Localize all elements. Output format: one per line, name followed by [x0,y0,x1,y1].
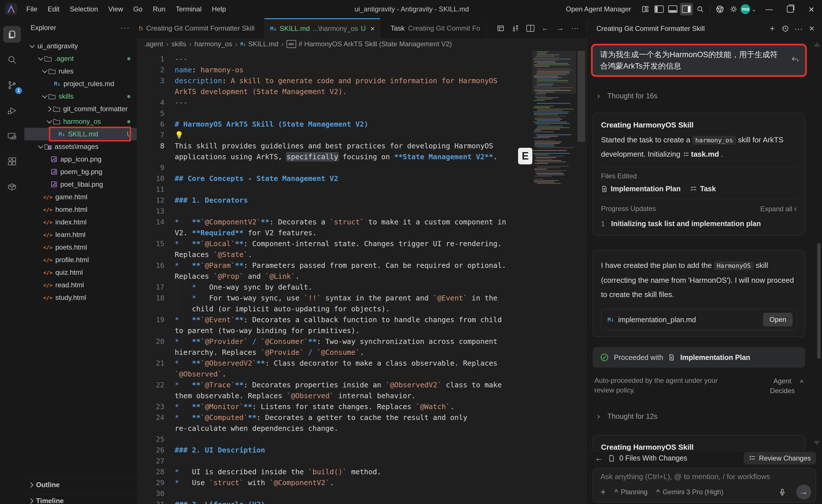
menu-selection[interactable]: Selection [65,3,103,15]
tree-item-learn-html[interactable]: </>learn.html [24,228,137,241]
code-line[interactable]: child (or implicit auto-updating for obj… [137,304,586,315]
code-line[interactable]: hierarchy. Replaces `@Provide` / `@Consu… [137,347,586,358]
model-selector[interactable]: ^Gemini 3 Pro (High) [656,488,723,496]
floating-e-widget[interactable]: E [518,148,532,164]
code-line[interactable]: 25 [137,434,586,445]
breadcrumb-item[interactable]: .agent [144,40,163,48]
code-line[interactable]: V2. **Required** for V2 features. [137,227,586,238]
tree-item-rules[interactable]: rules [24,65,137,77]
code-line[interactable]: 12### 1. Decorators [137,195,586,206]
microphone-icon[interactable] [779,488,786,496]
code-line[interactable]: 2name: harmony-os [137,65,586,75]
navigate-forward-icon[interactable]: → [554,22,566,35]
menu-go[interactable]: Go [129,3,147,15]
code-line[interactable]: 29* Use `struct` with `@ComponentV2`. [137,477,586,488]
account-avatar[interactable]: ma [741,4,750,14]
proceeded-with-banner[interactable]: Proceeded with Implementation Plan [593,347,805,368]
toggle-panel-icon[interactable] [666,3,679,15]
tree-item-profile-html[interactable]: </>profile.html [24,254,137,266]
code-line[interactable]: 16* **`@Param`**: Parameters passed from… [137,260,586,271]
tree-item-harmony-os[interactable]: harmony_os [24,115,137,128]
tree-item-home-html[interactable]: </>home.html [24,203,137,216]
minimap[interactable] [532,51,576,185]
tree-item-read-html[interactable]: </>read.html [24,279,137,291]
outline-section[interactable]: Outline [24,479,137,491]
code-line[interactable]: 30 [137,488,586,499]
code-line[interactable]: 19* **`@Event`**: Decorates a callback f… [137,315,586,325]
code-line[interactable]: 13 [137,206,586,217]
timeline-section[interactable]: Timeline [24,495,137,504]
thought-row-2[interactable]: › Thought for 12s [593,412,805,421]
settings-gear-icon[interactable] [727,3,740,15]
code-line[interactable]: 11 [137,184,586,195]
tab-skill-md[interactable]: M↓ SKILL.md ...\harmony_os U × [265,18,380,38]
container-activity-icon[interactable] [3,179,21,195]
code-line[interactable]: `@Observed`. [137,369,586,380]
file-task[interactable]: Task [690,185,716,193]
code-line[interactable]: 27 [137,456,586,467]
minimize-button[interactable]: — [759,0,780,18]
tree-item-git-commit-formatter[interactable]: git_commit_formatter [24,103,137,115]
code-line[interactable]: 18 * For two-way sync, use `!!` syntax i… [137,293,586,304]
menu-run[interactable]: Run [148,3,170,15]
expand-all-button[interactable]: Expand all ‹ [760,204,797,213]
mode-selector[interactable]: ^Planning [614,488,648,496]
code-line[interactable]: 22* **`@Trace`**: Decorates properties i… [137,380,586,391]
open-file-button[interactable]: Open [763,313,793,327]
tree-item-index-html[interactable]: </>index.html [24,216,137,228]
tree-item-poet-libai-png[interactable]: poet_libai.png [24,178,137,191]
code-line[interactable]: ArkTS development (State Management V2). [137,86,586,97]
menu-file[interactable]: File [22,3,42,15]
remote-explorer-activity-icon[interactable] [3,128,21,144]
breadcrumb-item[interactable]: abc# HarmonyOS ArkTS Skill (State Manage… [287,40,452,48]
tree-item-app-icon-png[interactable]: app_icon.png [24,153,137,165]
tree-item-quiz-html[interactable]: </>quiz.html [24,266,137,279]
explorer-activity-icon[interactable] [3,26,21,43]
panel-scrollbar-thumb[interactable] [817,243,821,359]
code-line[interactable]: Replaces `@State`. [137,249,586,260]
breadcrumb-item[interactable]: skills [171,40,186,48]
send-button[interactable]: → [796,485,811,499]
more-actions-icon[interactable]: ··· [569,22,581,35]
explorer-more-actions-icon[interactable]: ··· [121,23,130,32]
account-chevron-down-icon[interactable]: ⌄ [751,6,756,13]
code-line[interactable]: 23* **`@Monitor`**: Listens for state ch… [137,401,586,412]
code-line[interactable]: 21* **`@ObservedV2`**: Class decorator t… [137,358,586,369]
code-line[interactable]: 20* **`@Provider` / `@Consumer`**: Two-w… [137,336,586,347]
restore-button[interactable] [780,0,801,18]
search-icon[interactable] [694,3,707,15]
panel-scroll-down-icon[interactable] [814,441,820,445]
retry-prompt-icon[interactable] [791,56,799,65]
code-line[interactable]: 1--- [137,54,586,65]
split-editor-icon[interactable] [524,22,537,35]
file-implementation-plan[interactable]: Implementation Plan [601,185,681,193]
compare-changes-icon[interactable] [509,22,522,35]
tree-item-game-html[interactable]: </>game.html [24,191,137,203]
breadcrumb-item[interactable]: M↓SKILL.md [241,40,279,48]
tab2-close-icon[interactable]: × [370,24,375,33]
menu-edit[interactable]: Edit [43,3,64,15]
code-editor[interactable]: 1---2name: harmony-os3description: A ski… [137,50,586,504]
panel-scroll-up-icon[interactable] [814,42,820,47]
menu-help[interactable]: Help [207,3,231,15]
panel-more-icon[interactable]: ··· [792,22,805,35]
code-line[interactable]: 3description: A skill to generate code a… [137,75,586,86]
code-line[interactable]: 24* **`@Computed`**: Decorates a getter … [137,412,586,423]
back-arrow-icon[interactable]: ← [595,454,603,463]
navigate-back-icon[interactable]: ← [539,22,551,35]
editor-scrollbar-thumb[interactable] [577,51,585,142]
toggle-secondary-sidebar-icon[interactable] [680,3,693,15]
source-control-activity-icon[interactable]: 1 [3,77,21,93]
code-line[interactable]: 17 * One-way sync by default. [137,282,586,293]
chat-input-box[interactable]: Ask anything (Ctrl+L), @ to mention, / f… [593,468,816,503]
code-line[interactable]: re-calculate when dependencies change. [137,423,586,434]
code-line[interactable]: 4--- [137,97,586,108]
tree-item--agent[interactable]: .agent [24,52,137,65]
code-line[interactable]: 26### 2. UI Description [137,445,586,456]
code-line[interactable]: 7💡 [137,130,586,141]
code-line[interactable]: 6# HarmonyOS ArkTS Skill (State Manageme… [137,119,586,130]
open-agent-manager-button[interactable]: Open Agent Manager [566,5,631,13]
add-context-icon[interactable]: + [600,487,606,497]
tree-item-assets-images[interactable]: assets\images [24,140,137,153]
code-line[interactable]: 15* **`@Local`**: Component-internal sta… [137,238,586,249]
